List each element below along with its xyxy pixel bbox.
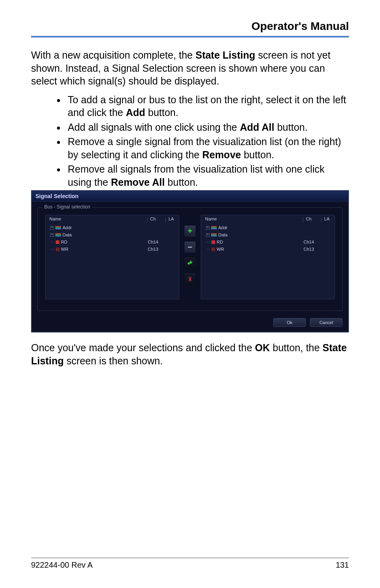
selected-signals-list[interactable]: Name Ch LA + Addr: [201, 215, 335, 299]
expand-icon[interactable]: +: [206, 226, 210, 230]
list-header: Name Ch LA: [45, 215, 179, 222]
bullet-text: Add all signals with one click using the: [68, 122, 240, 133]
manual-title: Operator's Manual: [251, 20, 349, 32]
remove-button[interactable]: [184, 241, 196, 253]
bus-icon: [211, 226, 217, 229]
signal-color-icon: [56, 248, 59, 251]
col-name-header: Name: [45, 216, 147, 221]
list-item[interactable]: RD Ch14: [201, 238, 335, 246]
outro-paragraph: Once you've made your selections and cli…: [31, 341, 349, 367]
page-number: 131: [336, 560, 349, 570]
bus-icon: [211, 233, 217, 236]
bus-icon: [55, 226, 61, 229]
col-ch-label: Ch: [150, 216, 156, 221]
col-ch-header: Ch: [147, 216, 165, 221]
bullet-item: Add all signals with one click using the…: [57, 121, 349, 134]
add-all-button[interactable]: [184, 257, 196, 269]
transfer-buttons: [184, 215, 196, 285]
expand-icon[interactable]: +: [50, 226, 54, 230]
row-label: Addr: [218, 225, 227, 230]
signal-color-icon: [212, 248, 215, 251]
bullet-bold: Add: [126, 107, 145, 118]
col-la-header: LA: [321, 216, 335, 221]
bus-icon: [55, 233, 61, 236]
ok-button[interactable]: Ok: [273, 318, 306, 327]
list-header: Name Ch LA: [201, 215, 335, 222]
minus-icon: [187, 244, 193, 250]
plus-icon: [187, 228, 193, 234]
signal-selection-dialog: Signal Selection Bus - Signal selection …: [31, 190, 349, 332]
available-signals-list[interactable]: Name Ch LA + Addr: [45, 215, 179, 299]
col-ch-header: Ch: [303, 216, 321, 221]
list-body: + Addr + Data: [201, 222, 335, 254]
list-body: + Addr + Data: [45, 222, 179, 254]
row-ch: Ch14: [145, 240, 163, 244]
cancel-button[interactable]: Cancel: [310, 318, 343, 327]
svg-rect-0: [188, 247, 192, 248]
ok-label: Ok: [287, 320, 292, 325]
bullet-bold: Remove: [202, 149, 241, 160]
row-label: Data: [218, 232, 227, 237]
intro-paragraph: With a new acquisition complete, the Sta…: [31, 49, 349, 88]
col-name-header: Name: [201, 216, 303, 221]
dialog-titlebar: Signal Selection: [32, 191, 348, 202]
bus-signal-fieldset: Bus - Signal selection Name Ch LA +: [37, 207, 343, 311]
signal-color-icon: [212, 240, 215, 244]
bullet-item: To add a signal or bus to the list on th…: [57, 93, 349, 119]
outro-text: screen is then shown.: [64, 355, 163, 366]
remove-all-button[interactable]: [184, 273, 196, 285]
outro-bold: OK: [255, 342, 270, 353]
row-ch: Ch13: [145, 247, 163, 252]
intro-bold: State Listing: [196, 49, 255, 61]
bullet-text: To add a signal or bus to the list on th…: [68, 94, 346, 118]
row-label: Addr: [63, 225, 72, 230]
row-ch: Ch13: [300, 247, 319, 252]
fieldset-legend: Bus - Signal selection: [42, 204, 92, 210]
cancel-label: Cancel: [319, 320, 333, 325]
footer-rev: 922244-00 Rev A: [31, 560, 93, 570]
bullet-text: button.: [241, 149, 274, 160]
row-label: RD: [217, 240, 223, 244]
dialog-body: Bus - Signal selection Name Ch LA +: [32, 202, 348, 315]
bullet-item: Remove all signals from the visualizatio…: [57, 163, 349, 189]
bullet-text: button.: [274, 122, 308, 133]
col-la-label: LA: [324, 216, 329, 221]
list-item[interactable]: WR Ch13: [201, 246, 335, 253]
signal-color-icon: [56, 240, 59, 244]
expand-icon[interactable]: +: [50, 233, 54, 237]
dialog-title-text: Signal Selection: [35, 193, 78, 199]
col-ch-label: Ch: [306, 216, 311, 221]
dialog-footer: Ok Cancel: [32, 315, 348, 332]
row-label: WR: [217, 247, 224, 252]
add-button[interactable]: [184, 225, 196, 237]
bullet-list: To add a signal or bus to the list on th…: [31, 93, 349, 189]
list-item[interactable]: + Data: [201, 231, 335, 238]
list-item[interactable]: RD Ch14: [45, 238, 179, 246]
list-item[interactable]: WR Ch13: [45, 246, 179, 253]
col-la-label: LA: [168, 216, 174, 221]
row-label: Data: [63, 232, 72, 237]
outro-text: Once you've made your selections and cli…: [31, 342, 255, 353]
col-la-header: LA: [165, 216, 179, 221]
intro-text-a: With a new acquisition complete, the: [31, 49, 196, 61]
expand-icon[interactable]: +: [206, 233, 210, 237]
bullet-bold: Add All: [240, 122, 274, 133]
outro-text: button, the: [270, 342, 323, 353]
list-item[interactable]: + Addr: [45, 224, 179, 231]
bullet-text: button.: [145, 107, 178, 118]
page-header: Operator's Manual: [31, 20, 349, 37]
row-label: WR: [61, 247, 68, 252]
bullet-bold: Remove All: [111, 177, 165, 188]
plus-all-icon: [187, 260, 193, 266]
bullet-item: Remove a single signal from the visualiz…: [57, 135, 349, 161]
list-item[interactable]: + Addr: [201, 224, 335, 231]
bullet-text: button.: [165, 177, 198, 188]
page-footer: 922244-00 Rev A 131: [31, 558, 349, 570]
list-item[interactable]: + Data: [45, 231, 179, 238]
row-label: RD: [61, 240, 67, 244]
x-icon: [187, 276, 193, 282]
row-ch: Ch14: [300, 240, 319, 244]
